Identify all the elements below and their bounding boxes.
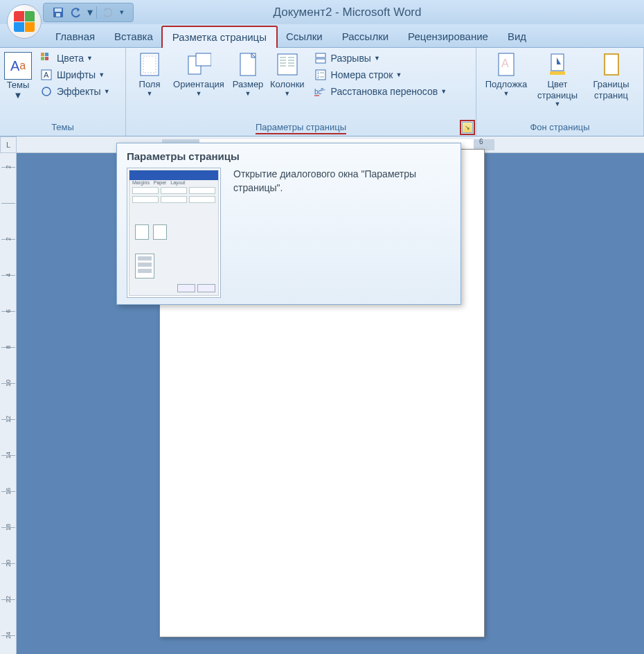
- svg-rect-6: [45, 57, 48, 60]
- orientation-button[interactable]: Ориентация▼: [169, 51, 229, 98]
- breaks-icon: [314, 52, 327, 64]
- tab-references[interactable]: Ссылки: [276, 26, 332, 47]
- svg-text:A: A: [44, 71, 49, 79]
- themes-icon: Aa: [4, 52, 32, 80]
- vertical-ruler[interactable]: 224681012141618202224: [0, 153, 17, 654]
- hyphenation-button[interactable]: bca- Расстановка переносов▼: [310, 84, 451, 99]
- svg-point-9: [42, 87, 51, 96]
- svg-rect-4: [45, 53, 48, 56]
- size-icon: [235, 52, 260, 77]
- ruler-label: 2: [5, 161, 12, 173]
- ruler-label: 12: [5, 413, 12, 425]
- ruler-label: 20: [5, 557, 12, 569]
- undo-icon: [70, 6, 82, 19]
- office-button[interactable]: [7, 4, 42, 39]
- page-borders-icon: [599, 52, 624, 77]
- group-page-background-title: Фон страницы: [476, 121, 643, 136]
- line-numbers-icon: 12: [314, 69, 327, 81]
- orientation-icon: [186, 52, 211, 77]
- margins-button[interactable]: Поля▼: [130, 51, 169, 98]
- theme-colors-button[interactable]: Цвета▼: [36, 51, 114, 66]
- save-button[interactable]: [51, 5, 66, 20]
- watermark-button[interactable]: A Подложка▼: [481, 51, 532, 98]
- svg-text:A: A: [501, 58, 509, 69]
- group-page-setup-title: Параметры страницы: [256, 122, 346, 134]
- ruler-label: 16: [5, 485, 12, 497]
- save-icon: [52, 6, 64, 19]
- colors-icon: [40, 52, 53, 64]
- tab-mailings[interactable]: Рассылки: [332, 26, 398, 47]
- svg-rect-37: [550, 71, 565, 75]
- line-numbers-button[interactable]: 12 Номера строк▼: [310, 67, 451, 82]
- page-borders-button[interactable]: Границы страниц: [583, 51, 639, 102]
- svg-text:2: 2: [317, 75, 319, 79]
- group-page-setup: Поля▼ Ориентация▼ Размер▼ Колонки▼ Разры…: [126, 48, 476, 136]
- themes-button[interactable]: Aa Темы ▼: [3, 51, 33, 102]
- svg-rect-13: [196, 53, 211, 66]
- hyphenation-icon: bca-: [314, 85, 327, 98]
- svg-rect-3: [41, 53, 44, 56]
- tooltip-text: Открытие диалогового окна "Параметры стр…: [233, 168, 451, 298]
- themes-label: Темы: [7, 80, 30, 90]
- ruler-label: 10: [5, 377, 12, 389]
- tab-home[interactable]: Главная: [46, 26, 105, 47]
- page-setup-tooltip: Параметры страницы Margins Paper Layout: [116, 143, 461, 305]
- effects-icon: [40, 85, 53, 98]
- ruler-label: 6: [5, 305, 12, 317]
- fonts-icon: A: [40, 69, 53, 81]
- margins-icon: [137, 52, 162, 77]
- ribbon: Aa Темы ▼ Цвета▼ A Шрифты▼ Эффекты▼ Те: [0, 48, 644, 136]
- theme-effects-button[interactable]: Эффекты▼: [36, 84, 114, 99]
- breaks-button[interactable]: Разрывы▼: [310, 51, 451, 66]
- tab-view[interactable]: Вид: [498, 26, 536, 47]
- ruler-label: 24: [5, 629, 12, 642]
- tab-insert[interactable]: Вставка: [105, 26, 163, 47]
- ruler-label: 8: [5, 341, 12, 353]
- ruler-label: 22: [5, 593, 12, 606]
- window-title: Документ2 - Microsoft Word: [134, 6, 644, 19]
- tab-review[interactable]: Рецензирование: [398, 26, 498, 47]
- svg-text:a-: a-: [321, 86, 325, 92]
- launcher-icon: ↘: [465, 124, 470, 131]
- svg-rect-24: [316, 53, 325, 58]
- tooltip-preview-icon: Margins Paper Layout: [127, 168, 221, 298]
- group-page-background: A Подложка▼ Цвет страницы▼ Границы стран…: [476, 48, 644, 136]
- watermark-icon: A: [494, 52, 519, 77]
- svg-rect-2: [56, 13, 60, 17]
- ribbon-tabs: Главная Вставка Разметка страницы Ссылки…: [0, 24, 644, 48]
- office-logo-icon: [14, 11, 35, 32]
- qat-separator: [96, 6, 97, 19]
- size-button[interactable]: Размер▼: [229, 51, 267, 98]
- page-color-button[interactable]: Цвет страницы▼: [532, 51, 583, 109]
- quick-access-toolbar: ▾ ▾: [43, 3, 134, 22]
- ruler-label: 18: [5, 521, 12, 533]
- group-themes-title: Темы: [0, 121, 125, 136]
- ruler-corner[interactable]: L: [0, 136, 17, 153]
- redo-icon: [101, 6, 114, 19]
- undo-button[interactable]: [69, 5, 84, 20]
- theme-fonts-button[interactable]: A Шрифты▼: [36, 67, 114, 82]
- ruler-label: 2: [5, 233, 12, 245]
- columns-icon: [275, 52, 300, 77]
- undo-more-button[interactable]: ▾: [87, 5, 93, 20]
- svg-rect-5: [41, 57, 44, 60]
- columns-button[interactable]: Колонки▼: [267, 51, 307, 98]
- group-themes: Aa Темы ▼ Цвета▼ A Шрифты▼ Эффекты▼ Те: [0, 48, 126, 136]
- redo-button[interactable]: [100, 5, 115, 20]
- svg-rect-38: [605, 54, 618, 75]
- title-bar: ▾ ▾ Документ2 - Microsoft Word: [0, 0, 644, 24]
- qat-customize-button[interactable]: ▾: [118, 5, 126, 20]
- page-setup-dialog-launcher[interactable]: ↘: [462, 122, 473, 133]
- svg-rect-25: [316, 59, 325, 63]
- ruler-label: 4: [5, 269, 12, 281]
- chevron-down-icon: ▼: [14, 90, 23, 100]
- ruler-marker: 6: [479, 138, 483, 145]
- tooltip-title: Параметры страницы: [127, 150, 451, 162]
- page-color-icon: [545, 52, 570, 77]
- tab-page-layout[interactable]: Разметка страницы: [161, 26, 278, 48]
- ruler-label: 14: [5, 449, 12, 461]
- svg-rect-1: [55, 8, 62, 12]
